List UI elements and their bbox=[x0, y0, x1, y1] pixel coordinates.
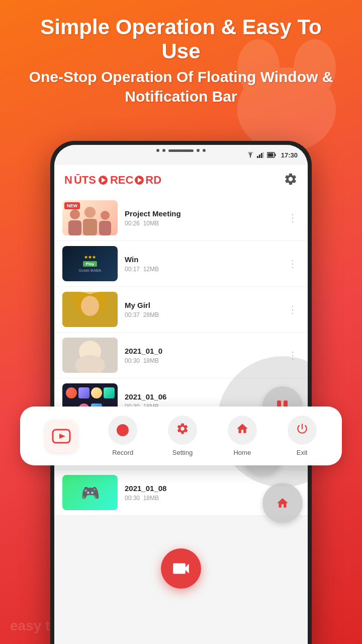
record-label: Record bbox=[112, 449, 133, 456]
svg-rect-7 bbox=[257, 156, 258, 158]
logo-play-icon bbox=[99, 176, 108, 185]
video-info-2: Win 00:17 12MB bbox=[125, 255, 279, 273]
video-info-1: Project Meeting 00:26 10MB bbox=[125, 209, 279, 227]
video-thumb-3 bbox=[62, 292, 118, 327]
video-thumb-2: ★★★ Play Guide BABA bbox=[62, 246, 118, 281]
video-item-1[interactable]: NEW bbox=[54, 195, 308, 241]
phone-topbar: 17:30 bbox=[54, 145, 308, 165]
setting-label: Setting bbox=[172, 449, 193, 456]
video-title-1: Project Meeting bbox=[125, 209, 279, 218]
video-thumb-1: NEW bbox=[62, 200, 118, 235]
video-info-3: My Girl 00:37 28MB bbox=[125, 301, 279, 318]
video-thumb-4 bbox=[62, 338, 118, 373]
status-bar: 17:30 bbox=[247, 151, 298, 159]
home-button[interactable]: Home bbox=[228, 416, 257, 456]
svg-rect-19 bbox=[99, 221, 111, 235]
svg-rect-10 bbox=[263, 152, 264, 158]
header-subtitle: One-Stop Operation Of Floating Window & … bbox=[20, 67, 342, 106]
floating-camera-button[interactable] bbox=[161, 548, 201, 589]
floating-logo-button[interactable] bbox=[45, 420, 77, 452]
video-info-4: 2021_01_0 00:30 18MB bbox=[125, 347, 279, 364]
svg-rect-12 bbox=[267, 153, 273, 157]
video-item-3[interactable]: My Girl 00:37 28MB ⋮ bbox=[54, 287, 308, 333]
setting-gear-icon bbox=[176, 422, 189, 438]
video-title-4: 2021_01_0 bbox=[125, 347, 279, 355]
svg-rect-9 bbox=[261, 153, 262, 158]
new-badge: NEW bbox=[64, 202, 80, 209]
video-meta-3: 00:37 28MB bbox=[125, 311, 279, 318]
app-logo: N ŪTS REC RD bbox=[64, 174, 161, 187]
more-menu-3[interactable]: ⋮ bbox=[286, 301, 300, 317]
video-title-2: Win bbox=[125, 255, 279, 264]
exit-label: Exit bbox=[297, 449, 308, 456]
svg-point-16 bbox=[84, 207, 96, 218]
record-button[interactable]: Record bbox=[108, 416, 137, 456]
header-title: Simple Operation & Easy To Use bbox=[20, 15, 342, 64]
svg-rect-17 bbox=[83, 219, 97, 235]
svg-rect-8 bbox=[259, 154, 260, 158]
home-icon bbox=[236, 422, 249, 438]
logo-o-icon bbox=[135, 176, 144, 185]
status-time: 17:30 bbox=[281, 151, 298, 159]
svg-point-6 bbox=[250, 157, 251, 158]
exit-button[interactable]: Exit bbox=[288, 416, 317, 456]
header-section: Simple Operation & Easy To Use One-Stop … bbox=[0, 15, 362, 106]
settings-button[interactable] bbox=[284, 172, 298, 188]
svg-rect-15 bbox=[68, 220, 81, 235]
video-thumb-7: 🎮 bbox=[62, 475, 118, 510]
floating-control-bar: Record Setting Home bbox=[20, 407, 342, 465]
app-header: N ŪTS REC RD bbox=[54, 165, 308, 195]
video-meta-2: 00:17 12MB bbox=[125, 266, 279, 273]
record-dot bbox=[117, 424, 129, 436]
video-meta-1: 00:26 10MB bbox=[125, 220, 279, 227]
power-icon bbox=[296, 422, 309, 438]
svg-point-14 bbox=[70, 209, 80, 219]
setting-button[interactable]: Setting bbox=[168, 416, 197, 456]
video-item-2[interactable]: ★★★ Play Guide BABA Win 00:17 12MB ⋮ bbox=[54, 241, 308, 287]
video-title-3: My Girl bbox=[125, 301, 279, 309]
more-menu-1[interactable]: ⋮ bbox=[286, 210, 300, 226]
home-label: Home bbox=[233, 449, 251, 456]
app-logo-text: N bbox=[64, 174, 73, 187]
svg-rect-13 bbox=[275, 154, 276, 156]
more-menu-2[interactable]: ⋮ bbox=[286, 256, 300, 272]
svg-marker-27 bbox=[59, 434, 65, 439]
svg-point-18 bbox=[101, 211, 110, 220]
home-small-button[interactable] bbox=[262, 483, 303, 523]
svg-point-22 bbox=[81, 296, 99, 316]
